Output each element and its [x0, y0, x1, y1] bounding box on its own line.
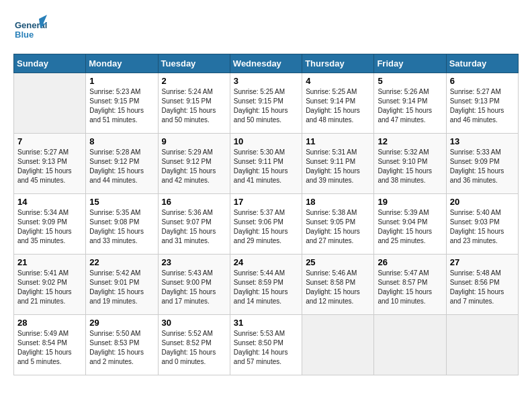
svg-text:Blue: Blue — [15, 30, 34, 40]
day-info: Sunrise: 5:46 AMSunset: 8:58 PMDaylight:… — [306, 269, 370, 306]
day-number: 2 — [162, 76, 226, 86]
day-number: 22 — [89, 257, 154, 267]
day-number: 9 — [162, 136, 226, 146]
calendar-cell: 3Sunrise: 5:25 AMSunset: 9:15 PMDaylight… — [230, 73, 302, 134]
day-info: Sunrise: 5:37 AMSunset: 9:06 PMDaylight:… — [234, 208, 298, 246]
day-number: 14 — [17, 197, 82, 207]
calendar-cell: 8Sunrise: 5:28 AMSunset: 9:12 PMDaylight… — [86, 134, 158, 194]
day-number: 5 — [378, 76, 442, 86]
calendar-cell: 1Sunrise: 5:23 AMSunset: 9:15 PMDaylight… — [86, 73, 158, 134]
day-info: Sunrise: 5:27 AMSunset: 9:13 PMDaylight:… — [17, 148, 82, 185]
day-number: 27 — [450, 257, 515, 267]
day-info: Sunrise: 5:32 AMSunset: 9:10 PMDaylight:… — [378, 148, 442, 185]
day-number: 7 — [17, 136, 82, 146]
day-number: 30 — [162, 318, 226, 328]
day-info: Sunrise: 5:35 AMSunset: 9:08 PMDaylight:… — [89, 208, 154, 246]
calendar-cell: 23Sunrise: 5:43 AMSunset: 9:00 PMDayligh… — [158, 255, 230, 315]
day-info: Sunrise: 5:30 AMSunset: 9:11 PMDaylight:… — [234, 148, 298, 185]
calendar-cell: 9Sunrise: 5:29 AMSunset: 9:12 PMDaylight… — [158, 134, 230, 194]
day-info: Sunrise: 5:39 AMSunset: 9:04 PMDaylight:… — [378, 208, 442, 246]
day-number: 17 — [234, 197, 298, 207]
calendar-cell: 17Sunrise: 5:37 AMSunset: 9:06 PMDayligh… — [230, 194, 302, 255]
calendar-week-row: 14Sunrise: 5:34 AMSunset: 9:09 PMDayligh… — [14, 194, 519, 255]
page-header: General Blue — [13, 13, 519, 47]
calendar-cell: 2Sunrise: 5:24 AMSunset: 9:15 PMDaylight… — [158, 73, 230, 134]
calendar-cell: 15Sunrise: 5:35 AMSunset: 9:08 PMDayligh… — [86, 194, 158, 255]
calendar-cell: 6Sunrise: 5:27 AMSunset: 9:13 PMDaylight… — [446, 73, 518, 134]
calendar-cell — [14, 73, 86, 134]
day-info: Sunrise: 5:31 AMSunset: 9:11 PMDaylight:… — [306, 148, 370, 185]
weekday-header: Saturday — [446, 54, 518, 73]
calendar-cell: 27Sunrise: 5:48 AMSunset: 8:56 PMDayligh… — [446, 255, 518, 315]
weekday-header: Thursday — [302, 54, 374, 73]
calendar-cell: 28Sunrise: 5:49 AMSunset: 8:54 PMDayligh… — [14, 315, 86, 375]
day-info: Sunrise: 5:49 AMSunset: 8:54 PMDaylight:… — [17, 329, 82, 367]
calendar-cell — [374, 315, 446, 375]
calendar-cell — [302, 315, 374, 375]
calendar-cell: 10Sunrise: 5:30 AMSunset: 9:11 PMDayligh… — [230, 134, 302, 194]
day-number: 8 — [89, 136, 154, 146]
calendar-cell: 4Sunrise: 5:25 AMSunset: 9:14 PMDaylight… — [302, 73, 374, 134]
calendar-cell: 18Sunrise: 5:38 AMSunset: 9:05 PMDayligh… — [302, 194, 374, 255]
day-info: Sunrise: 5:25 AMSunset: 9:14 PMDaylight:… — [306, 87, 370, 125]
day-info: Sunrise: 5:24 AMSunset: 9:15 PMDaylight:… — [162, 87, 226, 125]
day-info: Sunrise: 5:25 AMSunset: 9:15 PMDaylight:… — [234, 87, 298, 125]
day-number: 28 — [17, 318, 82, 328]
day-info: Sunrise: 5:47 AMSunset: 8:57 PMDaylight:… — [378, 269, 442, 306]
weekday-header: Tuesday — [158, 54, 230, 73]
calendar-cell: 19Sunrise: 5:39 AMSunset: 9:04 PMDayligh… — [374, 194, 446, 255]
calendar-cell: 5Sunrise: 5:26 AMSunset: 9:14 PMDaylight… — [374, 73, 446, 134]
day-number: 20 — [450, 197, 515, 207]
calendar-cell: 26Sunrise: 5:47 AMSunset: 8:57 PMDayligh… — [374, 255, 446, 315]
weekday-header: Friday — [374, 54, 446, 73]
logo-icon: General Blue — [13, 13, 47, 47]
day-info: Sunrise: 5:26 AMSunset: 9:14 PMDaylight:… — [378, 87, 442, 125]
weekday-header: Monday — [86, 54, 158, 73]
day-info: Sunrise: 5:34 AMSunset: 9:09 PMDaylight:… — [17, 208, 82, 246]
calendar-cell: 21Sunrise: 5:41 AMSunset: 9:02 PMDayligh… — [14, 255, 86, 315]
weekday-header: Wednesday — [230, 54, 302, 73]
calendar-cell: 13Sunrise: 5:33 AMSunset: 9:09 PMDayligh… — [446, 134, 518, 194]
calendar-cell: 11Sunrise: 5:31 AMSunset: 9:11 PMDayligh… — [302, 134, 374, 194]
calendar-cell: 14Sunrise: 5:34 AMSunset: 9:09 PMDayligh… — [14, 194, 86, 255]
calendar-week-row: 1Sunrise: 5:23 AMSunset: 9:15 PMDaylight… — [14, 73, 519, 134]
day-info: Sunrise: 5:42 AMSunset: 9:01 PMDaylight:… — [89, 269, 154, 306]
calendar-cell: 12Sunrise: 5:32 AMSunset: 9:10 PMDayligh… — [374, 134, 446, 194]
day-number: 4 — [306, 76, 370, 86]
day-number: 15 — [89, 197, 154, 207]
day-number: 31 — [234, 318, 298, 328]
header-row: SundayMondayTuesdayWednesdayThursdayFrid… — [14, 54, 519, 73]
day-info: Sunrise: 5:23 AMSunset: 9:15 PMDaylight:… — [89, 87, 154, 125]
calendar-cell: 31Sunrise: 5:53 AMSunset: 8:50 PMDayligh… — [230, 315, 302, 375]
day-number: 16 — [162, 197, 226, 207]
day-info: Sunrise: 5:41 AMSunset: 9:02 PMDaylight:… — [17, 269, 82, 306]
day-number: 12 — [378, 136, 442, 146]
calendar-cell: 30Sunrise: 5:52 AMSunset: 8:52 PMDayligh… — [158, 315, 230, 375]
calendar-cell: 22Sunrise: 5:42 AMSunset: 9:01 PMDayligh… — [86, 255, 158, 315]
calendar-week-row: 21Sunrise: 5:41 AMSunset: 9:02 PMDayligh… — [14, 255, 519, 315]
weekday-header: Sunday — [14, 54, 86, 73]
day-number: 3 — [234, 76, 298, 86]
day-info: Sunrise: 5:48 AMSunset: 8:56 PMDaylight:… — [450, 269, 515, 306]
logo: General Blue — [13, 13, 47, 47]
day-info: Sunrise: 5:52 AMSunset: 8:52 PMDaylight:… — [162, 329, 226, 367]
day-number: 23 — [162, 257, 226, 267]
day-info: Sunrise: 5:27 AMSunset: 9:13 PMDaylight:… — [450, 87, 515, 125]
day-info: Sunrise: 5:33 AMSunset: 9:09 PMDaylight:… — [450, 148, 515, 185]
calendar-cell — [446, 315, 518, 375]
day-number: 24 — [234, 257, 298, 267]
day-number: 11 — [306, 136, 370, 146]
day-number: 21 — [17, 257, 82, 267]
calendar-cell: 29Sunrise: 5:50 AMSunset: 8:53 PMDayligh… — [86, 315, 158, 375]
calendar-cell: 16Sunrise: 5:36 AMSunset: 9:07 PMDayligh… — [158, 194, 230, 255]
calendar-week-row: 28Sunrise: 5:49 AMSunset: 8:54 PMDayligh… — [14, 315, 519, 375]
day-info: Sunrise: 5:28 AMSunset: 9:12 PMDaylight:… — [89, 148, 154, 185]
day-number: 29 — [89, 318, 154, 328]
day-info: Sunrise: 5:36 AMSunset: 9:07 PMDaylight:… — [162, 208, 226, 246]
day-info: Sunrise: 5:38 AMSunset: 9:05 PMDaylight:… — [306, 208, 370, 246]
calendar-cell: 25Sunrise: 5:46 AMSunset: 8:58 PMDayligh… — [302, 255, 374, 315]
day-number: 25 — [306, 257, 370, 267]
calendar-cell: 20Sunrise: 5:40 AMSunset: 9:03 PMDayligh… — [446, 194, 518, 255]
day-info: Sunrise: 5:40 AMSunset: 9:03 PMDaylight:… — [450, 208, 515, 246]
day-number: 10 — [234, 136, 298, 146]
